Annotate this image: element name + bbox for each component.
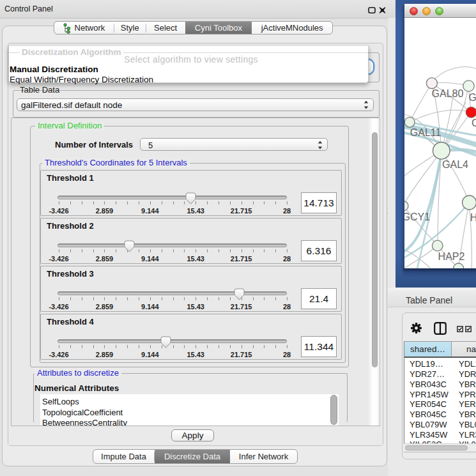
- svg-text:C: C: [472, 118, 476, 128]
- svg-text:GA: GA: [469, 92, 476, 103]
- svg-text:H: H: [470, 212, 476, 223]
- svg-text:GAL11: GAL11: [410, 127, 441, 138]
- svg-text:GCY1: GCY1: [404, 211, 430, 222]
- svg-text:HAP2: HAP2: [438, 251, 465, 262]
- svg-text:GAL4: GAL4: [442, 159, 468, 170]
- svg-text:GAL80: GAL80: [432, 88, 464, 99]
